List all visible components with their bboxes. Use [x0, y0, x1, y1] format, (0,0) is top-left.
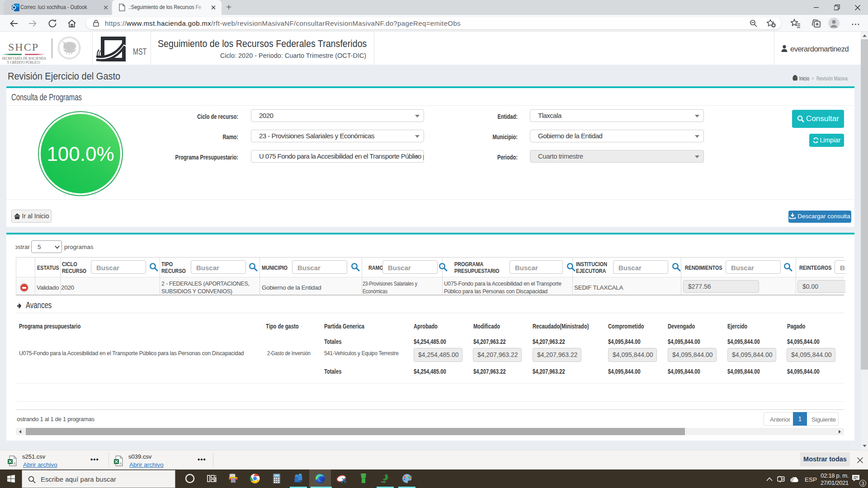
svg-text:SALUD: SALUD: [381, 481, 386, 483]
svg-text:a,: a,: [13, 461, 17, 465]
svg-text:a,: a,: [119, 461, 123, 465]
